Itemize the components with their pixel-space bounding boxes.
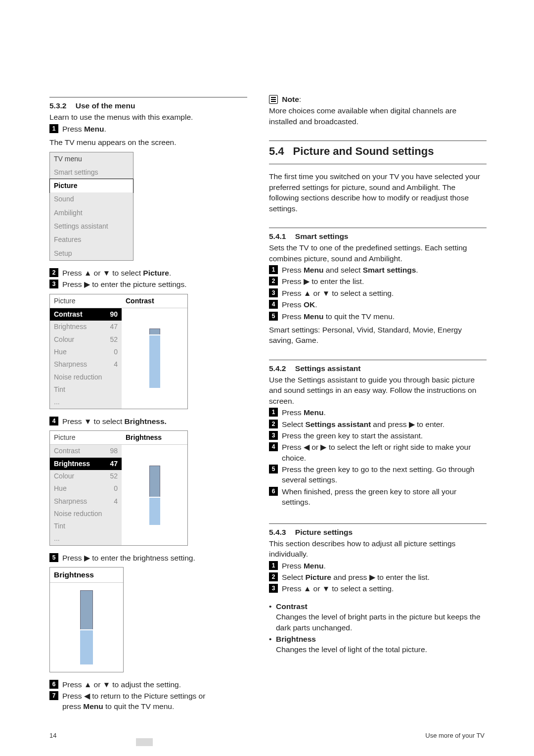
picture-row: ... [50, 532, 122, 545]
picture-row: ... [50, 396, 122, 408]
note-label: Note [282, 95, 299, 103]
tv-menu-item-selected: Picture [49, 179, 134, 193]
note-body: More choices come available when digital… [269, 105, 487, 127]
menu-label: Menu [84, 125, 104, 133]
step-4: Press ▼ to select Brightness. [49, 416, 247, 426]
section-title-text: Picture and Sound settings [293, 144, 434, 159]
section-intro: Learn to use the menus with this example… [49, 112, 247, 122]
section-num: 5.4 [269, 144, 284, 159]
picture-row: Hue0 [50, 482, 122, 495]
step: Select Picture and press ▶ to enter the … [269, 572, 487, 582]
step: When finished, press the green key to st… [269, 486, 487, 508]
picture-slider-header: Contrast [122, 294, 187, 308]
step-2: Press ▲ or ▼ to select Picture. [49, 268, 247, 278]
step: Press ▶ to enter the list. [269, 276, 487, 286]
step: Select Settings assistant and press ▶ to… [269, 419, 487, 429]
section-5-4-3-title: 5.4.3 Picture settings [269, 527, 487, 537]
brightness-slider-large [75, 590, 98, 664]
section-5-4-1-title: 5.4.1 Smart settings [269, 231, 487, 241]
bullet-brightness: Brightness Changes the level of light of… [269, 634, 487, 655]
section-title-text: Use of the menu [76, 101, 135, 110]
tv-menu-item: Sound [50, 192, 133, 206]
page-indicator [136, 738, 153, 746]
picture-row: Tint [50, 383, 122, 396]
note-heading: Note: [269, 94, 487, 104]
picture-row-selected: Brightness47 [50, 458, 122, 470]
picture-row: Sharpness4 [50, 358, 122, 371]
step: Press the green key to go to the next se… [269, 464, 487, 485]
contrast-slider [145, 329, 165, 388]
picture-row: Colour52 [50, 470, 122, 482]
step-6: Press ▲ or ▼ to adjust the setting. [49, 679, 247, 690]
tv-menu-item: Smart settings [50, 166, 133, 179]
section-5-4-heading: 5.4 Picture and Sound settings [269, 144, 487, 159]
picture-row: Hue0 [50, 346, 122, 358]
bullet-contrast: Contrast Changes the level of bright par… [269, 601, 487, 633]
tv-menu-header: TV menu [50, 152, 133, 166]
step-5: Press ▶ to enter the brightness setting. [49, 553, 247, 563]
menu-label: Menu [83, 702, 103, 710]
tv-menu-appears: The TV menu appears on the screen. [49, 137, 247, 147]
section-5-4-2-title: 5.4.2 Settings assistant [269, 363, 487, 374]
brightness-label: Brightness. [125, 417, 167, 425]
brightness-slider [145, 466, 165, 525]
step-3: Press ▶ to enter the picture settings. [49, 279, 247, 289]
step: Press ◀ or ▶ to select the left or right… [269, 442, 487, 463]
picture-row: Sharpness4 [50, 495, 122, 508]
step: Press Menu. [269, 407, 487, 418]
tv-menu-item: Ambilight [50, 206, 133, 220]
step: Press the green key to start the assista… [269, 430, 487, 441]
footer-section-label: Use more of your TV [425, 732, 485, 739]
note-icon [269, 95, 278, 104]
step: Press Menu and select Smart settings. [269, 265, 487, 275]
picture-row: Colour52 [50, 333, 122, 346]
step: Press OK. [269, 299, 487, 310]
picture-row: Tint [50, 520, 122, 532]
brightness-slider-panel: Brightness [49, 567, 124, 672]
section-num: 5.3.2 [49, 100, 66, 111]
picture-label: Picture [143, 269, 169, 277]
step-1: Press Menu. [49, 124, 247, 134]
page-number: 14 [49, 732, 56, 739]
picture-menu-brightness: Picture Contrast98 Brightness47 Colour52… [49, 430, 188, 546]
step-7: Press ◀ to return to the Picture setting… [49, 691, 247, 712]
section-5-4-2-intro: Use the Settings assistant to guide you … [269, 375, 487, 406]
section-5-4-intro: The first time you switched on your TV y… [269, 171, 487, 214]
picture-slider-header: Brightness [122, 431, 187, 445]
tv-menu-item: Features [50, 233, 133, 246]
step: Press Menu. [269, 561, 487, 571]
section-5-4-1-intro: Sets the TV to one of the predefined set… [269, 242, 487, 264]
picture-row: Contrast98 [50, 445, 122, 457]
step: Press ▲ or ▼ to select a setting. [269, 288, 487, 298]
picture-row: Brightness47 [50, 321, 122, 333]
step: Press ▲ or ▼ to select a setting. [269, 583, 487, 594]
picture-row: Noise reduction [50, 371, 122, 383]
picture-menu-header: Picture [50, 431, 122, 445]
tv-menu-item: Setup [50, 247, 133, 260]
picture-row-selected: Contrast90 [50, 308, 122, 321]
picture-row: Noise reduction [50, 508, 122, 520]
section-5-3-2-title: 5.3.2 Use of the menu [49, 100, 247, 111]
smart-settings-list: Smart settings: Personal, Vivid, Standar… [269, 325, 487, 346]
picture-menu-contrast: Picture Contrast90 Brightness47 Colour52… [49, 294, 188, 409]
tv-menu: TV menu Smart settings Picture Sound Amb… [49, 152, 134, 261]
brightness-slider-header: Brightness [50, 567, 123, 582]
step: Press Menu to quit the TV menu. [269, 311, 487, 322]
picture-menu-header: Picture [50, 294, 122, 308]
tv-menu-item: Settings assistant [50, 220, 133, 233]
section-5-4-3-intro: This section describes how to adjust all… [269, 538, 487, 560]
